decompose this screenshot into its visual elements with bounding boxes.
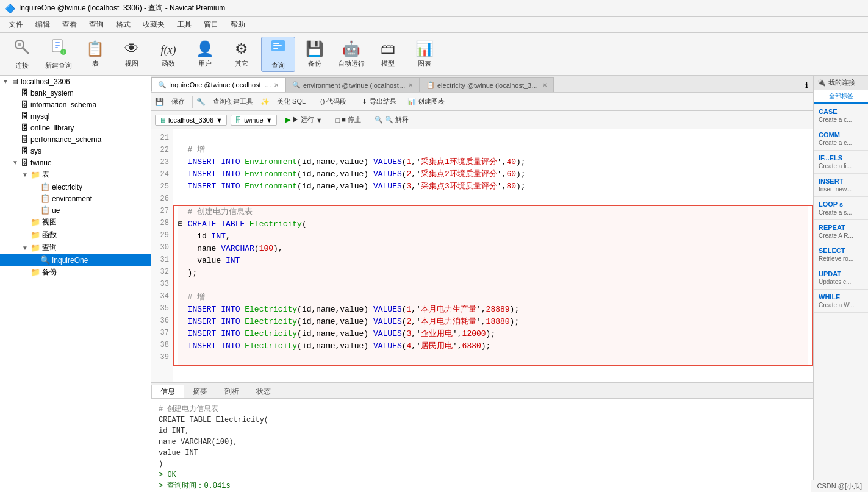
sidebar-item-ue[interactable]: 📋ue (0, 204, 151, 216)
svg-text:+: + (62, 49, 65, 55)
create-chart-btn[interactable]: 📊 创建图表 (404, 96, 448, 107)
code-line-31: value INT (178, 255, 808, 267)
bottom-tab-摘要[interactable]: 摘要 (184, 385, 216, 398)
tab-tab1[interactable]: 🔍InquireOne @twinue (localhost_3306...✕ (151, 77, 285, 92)
svg-rect-10 (273, 43, 279, 44)
code-line-24: INSERT INTO Environment(id,name,value) V… (178, 168, 808, 180)
toolbar: 连接+新建查询📋表👁视图f(x)函数👤用户⚙其它查询💾备份🤖自动运行🗃模型📊图表 (0, 33, 868, 76)
snippets-header: 🔌 我的连接 (814, 76, 868, 90)
menu-item-帮助[interactable]: 帮助 (224, 18, 251, 31)
sidebar-item-twinue[interactable]: ▼🗄twinue (0, 157, 151, 168)
menu-item-查看[interactable]: 查看 (56, 18, 83, 31)
explain-btn[interactable]: 🔍 🔍 解释 (370, 114, 414, 126)
tree-icon-table: 📋 (40, 205, 50, 215)
sidebar-item-electricity[interactable]: 📋electricity (0, 181, 151, 193)
code-content[interactable]: # 增 INSERT INTO Environment(id,name,valu… (173, 129, 813, 382)
tree-icon-db: 🗄 (21, 135, 29, 144)
stop-btn[interactable]: □ ■ 停止 (331, 114, 366, 126)
database-select[interactable]: 🗄 twinue ▼ (231, 115, 277, 126)
snippets-tab-all[interactable]: 全部标签 (814, 90, 868, 104)
toolbar-btn-user[interactable]: 👤用户 (188, 37, 222, 72)
snippet-loop s[interactable]: LOOP sCreate a s... (814, 197, 868, 220)
server-select[interactable]: 🖥 localhost_3306 ▼ (155, 115, 227, 126)
menu-item-窗口[interactable]: 窗口 (198, 18, 224, 31)
tab-close-tab2[interactable]: ✕ (408, 82, 413, 88)
right-panel: 🔍InquireOne @twinue (localhost_3306...✕🔍… (151, 76, 813, 492)
toolbar-btn-backup[interactable]: 💾备份 (298, 37, 332, 72)
snippet-if...els[interactable]: IF...ELSCreate a li... (814, 151, 868, 174)
sidebar-item-backup[interactable]: 📁备份 (0, 266, 151, 279)
info-icon[interactable]: ℹ (800, 79, 813, 92)
sidebar-item-online_library[interactable]: 🗄online_library (0, 122, 151, 134)
app-icon: 🔷 (5, 4, 15, 13)
sidebar-item-InquireOne[interactable]: 🔍InquireOne (0, 254, 151, 266)
snippet-repeat[interactable]: REPEATCreate A R... (814, 220, 868, 243)
snippets-title: 我的连接 (828, 78, 855, 87)
connect-label: 连接 (15, 61, 29, 70)
snippet-desc-updat: Updates c... (819, 279, 863, 285)
sidebar-item-views[interactable]: 📁视图 (0, 216, 151, 229)
menu-item-查询[interactable]: 查询 (83, 18, 110, 31)
svg-rect-12 (273, 48, 278, 49)
table-label: 表 (92, 59, 99, 68)
menu-item-编辑[interactable]: 编辑 (29, 18, 56, 31)
other-icon: ⚙ (235, 40, 248, 57)
toolbar-btn-other[interactable]: ⚙其它 (224, 37, 259, 72)
beautify-btn[interactable]: 美化 SQL (273, 96, 309, 107)
toolbar-btn-new-query[interactable]: +新建查询 (41, 37, 76, 72)
menu-item-工具[interactable]: 工具 (171, 18, 198, 31)
bottom-tab-信息[interactable]: 信息 (151, 385, 184, 398)
sidebar-item-functions[interactable]: 📁函数 (0, 229, 151, 241)
snippet-updat[interactable]: UPDATUpdates c... (814, 266, 868, 290)
toolbar-btn-model[interactable]: 🗃模型 (371, 37, 405, 72)
sidebar-item-tables[interactable]: ▼📁表 (0, 168, 151, 181)
toolbar-btn-chart[interactable]: 📊图表 (407, 37, 442, 72)
sidebar-item-queries[interactable]: ▼📁查询 (0, 241, 151, 254)
toolbar-btn-autorun[interactable]: 🤖自动运行 (334, 37, 368, 72)
menu-item-文件[interactable]: 文件 (2, 18, 29, 31)
code-line-34: # 增 (178, 291, 808, 304)
menu-item-收藏夹[interactable]: 收藏夹 (137, 18, 171, 31)
snippet-name-while: WHILE (819, 293, 863, 301)
sidebar-item-mysql[interactable]: 🗄mysql (0, 110, 151, 122)
save-btn[interactable]: 保存 (168, 96, 188, 107)
tab-label-tab3: electricity @twinue (localhost_3306) -..… (437, 82, 540, 89)
tree-label-twinue: twinue (30, 159, 52, 167)
toolbar-btn-view[interactable]: 👁视图 (115, 37, 149, 72)
bottom-tab-状态[interactable]: 状态 (248, 385, 279, 398)
sidebar-item-performance_schema[interactable]: 🗄performance_schema (0, 134, 151, 145)
code-editor[interactable]: 21222324252627282930313233343536373839 #… (151, 129, 813, 382)
menu-item-格式[interactable]: 格式 (110, 18, 137, 31)
sidebar-item-bank_system[interactable]: 🗄bank_system (0, 87, 151, 99)
snippet-while[interactable]: WHILECreate a W... (814, 290, 868, 313)
snippet-select[interactable]: SELECTRetrieve ro... (814, 243, 868, 266)
db-value: twinue (244, 116, 264, 124)
bottom-tab-剖析[interactable]: 剖析 (216, 385, 248, 398)
tree-icon-folder: 📁 (30, 268, 40, 277)
snippet-insert[interactable]: INSERTInsert new... (814, 174, 868, 197)
toolbar-btn-query[interactable]: 查询 (261, 37, 295, 72)
export-btn[interactable]: ⬇ 导出结果 (358, 96, 400, 107)
line-num-34: 34 (155, 290, 169, 302)
tree-icon-folder: 📁 (30, 243, 40, 252)
tree-label-InquireOne: InquireOne (52, 256, 88, 265)
sidebar-item-sys[interactable]: 🗄sys (0, 145, 151, 157)
sidebar-item-localhost[interactable]: ▼🖥localhost_3306 (0, 76, 151, 87)
toolbar-btn-table[interactable]: 📋表 (78, 37, 112, 72)
code-snippet-btn[interactable]: () 代码段 (317, 96, 350, 107)
view-icon: 👁 (124, 40, 139, 57)
toolbar-btn-function[interactable]: f(x)函数 (151, 37, 185, 72)
tab-tab2[interactable]: 🔍environment @twinue (localhost_330...✕ (285, 77, 420, 92)
code-line-33 (178, 279, 808, 291)
tab-tab3[interactable]: 📋electricity @twinue (localhost_3306) -.… (420, 77, 554, 92)
tab-close-tab3[interactable]: ✕ (542, 82, 547, 88)
tab-close-tab1[interactable]: ✕ (274, 82, 279, 88)
snippet-comm[interactable]: COMMCreate a c... (814, 127, 868, 151)
snippet-case[interactable]: CASECreate a c... (814, 104, 868, 127)
run-btn[interactable]: ▶ ▶ 运行 ▼ (281, 114, 328, 126)
sidebar-item-environment[interactable]: 📋environment (0, 193, 151, 204)
toolbar-btn-connect[interactable]: 连接 (5, 37, 39, 72)
line-num-31: 31 (155, 254, 169, 266)
build-tool-btn[interactable]: 查询创建工具 (209, 96, 257, 107)
sidebar-item-information_schema[interactable]: 🗄information_schema (0, 99, 151, 110)
